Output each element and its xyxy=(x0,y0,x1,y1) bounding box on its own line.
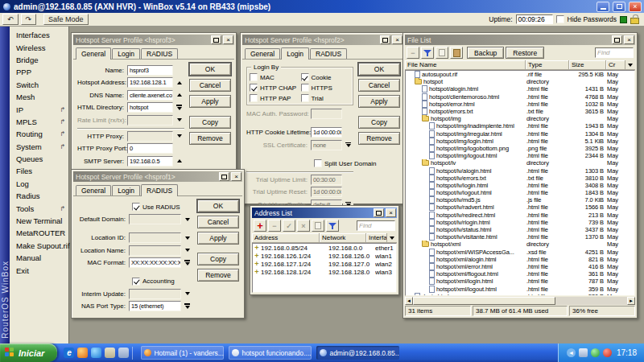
dialog-titlebar[interactable]: Hotspot Server Profile <hsprof3> × xyxy=(73,35,234,45)
down-arrow-button[interactable] xyxy=(182,289,192,299)
down-arrow-button[interactable] xyxy=(174,115,184,125)
checkbox-http-pap[interactable]: HTTP PAP xyxy=(250,94,299,102)
find-input[interactable] xyxy=(357,220,395,231)
address-row[interactable]: +192.168.128.1/24192.168.128.0wlan3 xyxy=(253,268,396,276)
quicklaunch-show-desktop-icon[interactable] xyxy=(118,348,129,358)
address-row[interactable]: +192.168.0.85/24192.168.0.0ether1 xyxy=(253,244,396,252)
file-row[interactable]: hotspot/img/irregular.html.html file1304… xyxy=(406,130,634,138)
column-file-name[interactable]: File Name xyxy=(405,60,526,70)
file-row[interactable]: hotspot/xml/flogout.html.html file361 BM… xyxy=(406,270,634,278)
file-row[interactable]: hotspot/xml/WISPAccessGa....xsd file4251… xyxy=(406,249,634,256)
restore-button[interactable] xyxy=(612,35,622,44)
sidebar-item-tools[interactable]: Tools↱ xyxy=(10,202,68,214)
checkbox-box[interactable] xyxy=(250,84,258,92)
window-titlebar[interactable]: Address List × xyxy=(252,208,397,218)
cancel-button[interactable]: Cancel xyxy=(358,79,400,92)
horizontal-scrollbar[interactable]: ◄ ► xyxy=(405,297,635,305)
column-size[interactable]: Size xyxy=(569,60,606,70)
checkbox-http-chap[interactable]: HTTP CHAP xyxy=(250,84,299,92)
safe-mode-button[interactable]: Safe Mode xyxy=(43,14,89,25)
filter-button[interactable] xyxy=(421,47,434,59)
file-row[interactable]: hotspot/xml/error.html.html file416 BMay xyxy=(406,263,634,270)
file-row[interactable]: hotspot/img/logout.html.html file2344 BM… xyxy=(406,152,634,159)
sidebar-item-bridge[interactable]: Bridge xyxy=(10,54,68,66)
address-row[interactable]: +192.168.126.1/24192.168.126.0wlan1 xyxy=(253,252,396,260)
file-row[interactable]: hotspot/lv/login.html.html file3408 BMay xyxy=(406,182,634,189)
file-row[interactable]: hotspot/lv/redirect.html.html file213 BM… xyxy=(406,212,634,219)
restore-button[interactable] xyxy=(374,208,384,217)
tray-messenger-icon[interactable] xyxy=(591,348,600,357)
sidebar-item-ppp[interactable]: PPP xyxy=(10,66,68,78)
tab-login[interactable]: Login xyxy=(112,185,140,195)
ok-button[interactable]: OK xyxy=(189,63,231,76)
tray-security-icon[interactable] xyxy=(603,348,612,357)
down-arrow-button[interactable] xyxy=(182,214,192,224)
remove-button[interactable]: Remove xyxy=(358,132,400,145)
file-row[interactable]: hotspot/lv/logout.html.html file1843 BMa… xyxy=(406,189,634,196)
checkbox-box[interactable] xyxy=(250,94,258,102)
sidebar-item-manual[interactable]: Manual xyxy=(10,252,68,264)
cancel-button[interactable]: Cancel xyxy=(189,79,231,92)
sidebar-item-exit[interactable]: Exit xyxy=(10,264,68,276)
sidebar-item-routing[interactable]: Routing↱ xyxy=(10,128,68,140)
up-arrow-button[interactable] xyxy=(174,77,184,88)
down-arrow-button[interactable] xyxy=(182,232,192,243)
checkbox-trial[interactable]: Trial xyxy=(301,94,351,102)
file-row[interactable]: hotspot/imgdirectoryMay xyxy=(406,115,634,122)
tab-radius[interactable]: RADIUS xyxy=(310,48,347,59)
sidebar-item-switch[interactable]: Switch xyxy=(10,79,68,91)
checkbox-split-user-domain[interactable] xyxy=(314,159,322,167)
field-nas-port-type[interactable]: 15 (ethernet) xyxy=(129,301,181,311)
sidebar-item-wireless[interactable]: Wireless xyxy=(10,41,68,53)
dialog-titlebar[interactable]: Hotspot Server Profile <hsprof1> × xyxy=(73,171,242,182)
restore-button[interactable] xyxy=(219,172,229,181)
scrollbar-thumb[interactable] xyxy=(413,297,555,305)
quicklaunch-ie-icon[interactable]: e xyxy=(64,348,74,358)
file-row[interactable]: hotspot/lv/rlogin.html.html file739 BMay xyxy=(406,219,634,226)
file-row[interactable]: rlogin.html.html file530 BMay xyxy=(406,293,634,296)
taskbar-button-hotspot-funcionando[interactable]: hotspot funcionando.... xyxy=(229,346,312,360)
close-icon[interactable]: × xyxy=(386,208,396,217)
sidebar-item-new-terminal[interactable]: New Terminal xyxy=(10,215,68,227)
sidebar-item-ip[interactable]: IP↱ xyxy=(10,103,68,115)
sidebar-item-system[interactable]: System↱ xyxy=(10,141,68,153)
tray-collapse-icon[interactable]: ◄ xyxy=(567,348,576,357)
file-row[interactable]: hotspot/xmldirectoryMay xyxy=(406,241,634,248)
column-interface[interactable]: Interface xyxy=(366,233,387,243)
window-titlebar[interactable]: File List × xyxy=(405,35,635,45)
close-icon[interactable]: × xyxy=(231,172,242,181)
close-icon[interactable]: × xyxy=(624,35,634,44)
ok-button[interactable]: OK xyxy=(197,200,239,212)
tab-general[interactable]: General xyxy=(76,185,111,195)
close-icon[interactable]: × xyxy=(392,35,402,44)
tab-radius[interactable]: RADIUS xyxy=(141,184,178,196)
column-select-dropdown[interactable] xyxy=(387,233,397,243)
apply-button[interactable]: Apply xyxy=(197,232,239,245)
restore-button[interactable] xyxy=(211,35,221,44)
apply-button[interactable]: Apply xyxy=(189,95,231,108)
checkbox-cookie[interactable]: Cookie xyxy=(301,73,351,81)
file-row[interactable]: hotspot/lv/alogin.html.html file1303 BMa… xyxy=(406,167,634,174)
minimize-button[interactable] xyxy=(597,2,609,12)
file-row[interactable]: hotspot/clientemoroso.html.html file4768… xyxy=(406,93,634,101)
remove-button[interactable]: Remove xyxy=(197,269,239,282)
restore-button[interactable] xyxy=(613,2,625,12)
file-row[interactable]: hotspot/lvdirectoryMay xyxy=(406,159,634,167)
scroll-right-icon[interactable]: ► xyxy=(627,297,635,305)
sidebar-item-mpls[interactable]: MPLS↱ xyxy=(10,116,68,128)
comment-button[interactable] xyxy=(312,220,324,232)
file-row[interactable]: hotspot/errors.txt.txt file3615 BMay xyxy=(406,108,634,115)
sidebar-item-make-supout-rif[interactable]: Make Supout.rif xyxy=(10,240,68,252)
field-mac-format[interactable]: XX:XX:XX:XX:XX:XX xyxy=(129,257,181,268)
restore-button[interactable] xyxy=(380,35,390,44)
remove-button[interactable]: Remove xyxy=(189,132,231,145)
checkbox-accounting[interactable] xyxy=(132,278,140,286)
up-arrow-button[interactable] xyxy=(174,90,184,101)
checkbox-box[interactable] xyxy=(301,84,309,92)
down-arrow-button[interactable] xyxy=(174,131,184,142)
close-icon[interactable]: × xyxy=(223,35,233,44)
cancel-button[interactable]: Cancel xyxy=(197,216,239,228)
file-row[interactable]: hotspot/img/logobottom.png.png file3925 … xyxy=(406,145,634,152)
sidebar-item-log[interactable]: Log xyxy=(10,178,68,190)
file-row[interactable]: hotspot/error.html.html file1032 BMay xyxy=(406,101,634,108)
